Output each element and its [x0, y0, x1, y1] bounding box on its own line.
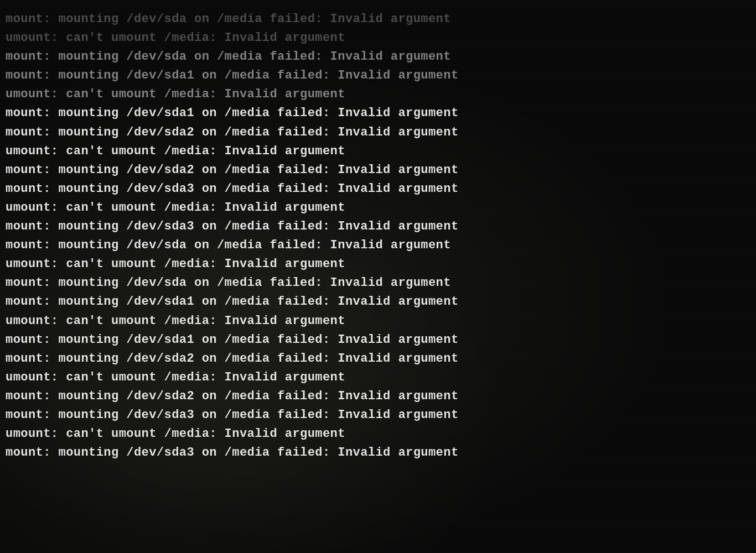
- terminal-line: umount: can't umount /media: Invalid arg…: [6, 85, 750, 104]
- terminal-line: mount: mounting /dev/sda3 on /media fail…: [6, 406, 750, 425]
- terminal-line: umount: can't umount /media: Invalid arg…: [6, 142, 750, 161]
- terminal-line: mount: mounting /dev/sda on /media faile…: [6, 236, 750, 255]
- terminal-line: mount: mounting /dev/sda1 on /media fail…: [6, 104, 750, 123]
- terminal-line: mount: mounting /dev/sda on /media faile…: [6, 274, 750, 293]
- terminal-line: mount: mounting /dev/sda3 on /media fail…: [6, 217, 750, 236]
- terminal-line: umount: can't umount /media: Invalid arg…: [6, 29, 750, 48]
- terminal-line: mount: mounting /dev/sda1 on /media fail…: [6, 66, 750, 85]
- terminal-screen: mount: mounting /dev/sda on /media faile…: [0, 0, 756, 553]
- terminal-line: umount: can't umount /media: Invalid arg…: [6, 425, 750, 444]
- terminal-line: mount: mounting /dev/sda on /media faile…: [6, 48, 750, 66]
- terminal-line: mount: mounting /dev/sda3 on /media fail…: [6, 180, 750, 199]
- terminal-line: mount: mounting /dev/sda2 on /media fail…: [6, 161, 750, 180]
- terminal-line: mount: mounting /dev/sda2 on /media fail…: [6, 349, 750, 368]
- terminal-line: mount: mounting /dev/sda1 on /media fail…: [6, 331, 750, 349]
- terminal-line: umount: can't umount /media: Invalid arg…: [6, 199, 750, 217]
- terminal-line: umount: can't umount /media: Invalid arg…: [6, 255, 750, 274]
- terminal-line: mount: mounting /dev/sda on /media faile…: [6, 10, 750, 29]
- terminal-line: umount: can't umount /media: Invalid arg…: [6, 368, 750, 387]
- terminal-line: mount: mounting /dev/sda2 on /media fail…: [6, 123, 750, 142]
- terminal-line: mount: mounting /dev/sda3 on /media fail…: [6, 444, 750, 462]
- terminal-line: mount: mounting /dev/sda2 on /media fail…: [6, 387, 750, 406]
- terminal-line: umount: can't umount /media: Invalid arg…: [6, 312, 750, 331]
- terminal-line: mount: mounting /dev/sda1 on /media fail…: [6, 293, 750, 311]
